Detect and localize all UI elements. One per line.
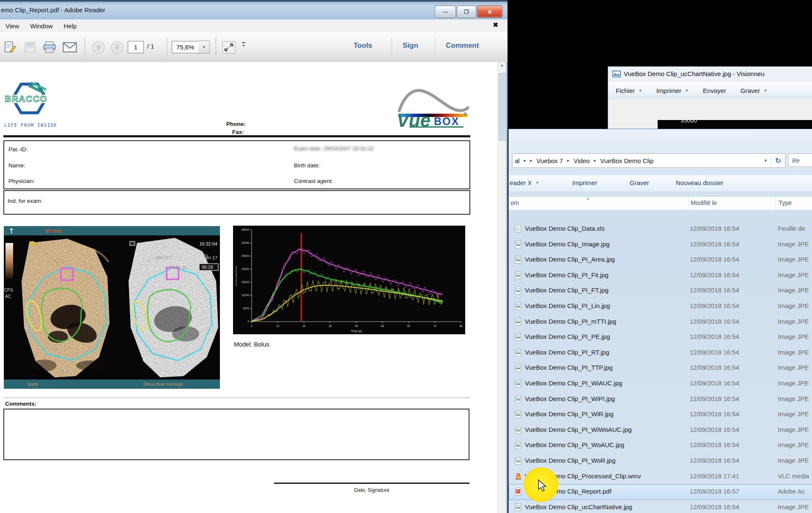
zoom-input[interactable]: 75,6% bbox=[172, 41, 199, 53]
file-row[interactable]: VueBox Demo Clip_ucChartNative.jpg12/09/… bbox=[509, 500, 812, 513]
file-row[interactable]: VueBox Demo Clip_PI_mTTI.jpg12/09/2018 1… bbox=[509, 314, 812, 330]
print-icon[interactable] bbox=[41, 40, 58, 55]
column-header-name[interactable]: om bbox=[510, 199, 519, 206]
command-eader-x[interactable]: eader X▼ bbox=[510, 179, 539, 186]
maximize-button[interactable]: ❐ bbox=[457, 5, 476, 18]
svg-text:40: 40 bbox=[355, 325, 358, 327]
indication-box bbox=[3, 190, 470, 215]
column-divider[interactable] bbox=[775, 197, 776, 210]
comments-box[interactable] bbox=[3, 409, 469, 460]
file-modified-date: 12/09/2018 16:54 bbox=[690, 441, 739, 448]
svg-text:10000: 10000 bbox=[241, 294, 249, 297]
breadcrumb-segment[interactable]: Video bbox=[571, 157, 592, 164]
file-row[interactable]: VueBox Demo Clip_PI_WiWoAUC.jpg12/09/201… bbox=[509, 423, 812, 438]
pv-menu-fichier[interactable]: Fichier▼ bbox=[616, 87, 642, 94]
menu-item-view[interactable]: View bbox=[0, 22, 25, 30]
photo-viewer-image-fragment: 35000 bbox=[658, 120, 812, 129]
file-type: Image JPE bbox=[778, 287, 809, 294]
column-divider[interactable] bbox=[688, 197, 689, 210]
image-file-icon bbox=[515, 457, 522, 465]
image-file-icon bbox=[515, 379, 522, 387]
comment-button[interactable]: Comment bbox=[446, 41, 479, 50]
photo-viewer-title: VueBox Demo Clip_ucChartNative.jpg - Vis… bbox=[624, 70, 765, 77]
vertical-scrollbar[interactable]: ▲ bbox=[497, 62, 506, 513]
file-row[interactable]: VueBox Demo Clip_Data.xls12/09/2018 16:5… bbox=[509, 221, 812, 237]
svg-text:20000: 20000 bbox=[241, 267, 249, 270]
file-row[interactable]: VueBox Demo Clip_PI_TTP.jpg12/09/2018 16… bbox=[509, 360, 812, 376]
scroll-up-icon[interactable]: ▲ bbox=[498, 63, 506, 67]
previous-page-icon[interactable] bbox=[91, 40, 107, 55]
svg-text:BOX: BOX bbox=[434, 115, 459, 127]
tools-button[interactable]: Tools bbox=[354, 41, 372, 50]
next-page-icon[interactable] bbox=[109, 40, 125, 55]
file-name: VueBox Demo Clip_PI_Area.jpg bbox=[525, 256, 615, 263]
file-row[interactable]: VueBox Demo Clip_PI_Fit.jpg12/09/2018 16… bbox=[509, 268, 812, 284]
file-row[interactable]: VueBox Demo Clip_PI_WiR.jpg12/09/2018 16… bbox=[509, 407, 812, 423]
file-row[interactable]: VueBox Demo Clip_Image.jpg12/09/2018 16:… bbox=[509, 237, 812, 253]
search-input[interactable]: Re bbox=[788, 153, 812, 167]
command-imprimer[interactable]: Imprimer bbox=[572, 179, 597, 186]
address-dropdown-caret-icon[interactable]: ▼ bbox=[760, 158, 771, 163]
create-pdf-icon[interactable] bbox=[3, 40, 19, 55]
svg-text:30000: 30000 bbox=[241, 241, 249, 244]
file-type: Image JPE bbox=[778, 302, 809, 309]
command-graver[interactable]: Graver bbox=[630, 179, 649, 186]
image-file-icon bbox=[515, 395, 522, 403]
photo-viewer-window: VueBox Demo Clip_ucChartNative.jpg - Vis… bbox=[608, 66, 812, 129]
breadcrumb-segment[interactable]: Vuebox 7 bbox=[535, 157, 565, 164]
sign-button[interactable]: Sign bbox=[403, 41, 418, 50]
file-row[interactable]: VueBox Demo Clip_PI_FT.jpg12/09/2018 16:… bbox=[509, 283, 812, 299]
menu-item-help[interactable]: Help bbox=[58, 22, 82, 30]
file-type: Image JPE bbox=[778, 426, 809, 433]
file-row[interactable]: VueBox Demo Clip_PI_Lin.jpg12/09/2018 16… bbox=[509, 299, 812, 314]
adobe-titlebar[interactable]: emo Clip_Report.pdf - Adobe Reader — ❐ ✕ bbox=[0, 0, 508, 20]
scrollbar-thumb[interactable] bbox=[499, 73, 506, 141]
address-bar[interactable]: al►►Vuebox 7►Video►VueBox Demo Clip ▼ ↻ bbox=[512, 153, 785, 168]
file-type: Image JPE bbox=[778, 318, 809, 325]
file-row[interactable]: VueBox Demo Clip_PI_Area.jpg12/09/2018 1… bbox=[509, 252, 812, 268]
file-row[interactable]: VueBox Demo Clip_PI_WiPI.jpg12/09/2018 1… bbox=[509, 392, 812, 407]
image-file-icon bbox=[515, 426, 522, 434]
svg-text:5000: 5000 bbox=[243, 307, 250, 310]
fit-page-icon[interactable] bbox=[221, 40, 237, 55]
svg-text:10: 10 bbox=[276, 325, 280, 327]
photo-viewer-titlebar: VueBox Demo Clip_ucChartNative.jpg - Vis… bbox=[612, 70, 765, 77]
image-file-icon bbox=[515, 364, 522, 372]
file-row[interactable]: VueBox Demo Clip_PI_PE.jpg12/09/2018 16:… bbox=[509, 330, 812, 345]
file-row[interactable]: VueBox Demo Clip_PI_WoAUC.jpg12/09/2018 … bbox=[509, 438, 812, 453]
adobe-toolbar: 1 / 1 75,6% ▼ ▼ Tools Sign Comment bbox=[0, 32, 508, 63]
file-name: VueBox Demo Clip_PI_Lin.jpg bbox=[525, 302, 610, 309]
close-button[interactable]: ✕ bbox=[477, 5, 502, 18]
email-icon[interactable] bbox=[62, 40, 78, 55]
menu-item-window[interactable]: Window bbox=[25, 22, 58, 30]
file-modified-date: 12/09/2018 16:54 bbox=[690, 225, 739, 232]
file-modified-date: 12/09/2018 16:54 bbox=[690, 410, 739, 417]
breadcrumb-segment[interactable]: VueBox Demo Clip bbox=[598, 157, 656, 164]
file-type: VLC media bbox=[778, 472, 809, 480]
pv-menu-envoyer[interactable]: Envoyer bbox=[703, 87, 726, 94]
file-modified-date: 12/09/2018 16:54 bbox=[690, 503, 739, 510]
zoom-dropdown-caret-icon[interactable]: ▼ bbox=[198, 41, 210, 54]
save-icon[interactable] bbox=[22, 40, 38, 55]
file-row[interactable]: VueBox Demo Clip_PI_RT.jpg12/09/2018 16:… bbox=[509, 345, 812, 361]
file-name: VueBox Demo Clip_PI_WoR.jpg bbox=[525, 457, 615, 464]
column-header-type[interactable]: Type bbox=[779, 199, 792, 206]
column-header-modified[interactable]: Modifié le bbox=[691, 199, 717, 206]
command-nouveau-dossier[interactable]: Nouveau dossier bbox=[676, 179, 724, 186]
file-row[interactable]: VueBox Demo Clip_PI_WiAUC.jpg12/09/2018 … bbox=[509, 376, 812, 392]
pdf-page: BRACCO LIFE FROM INSIDE Phone: Fax: Vue … bbox=[0, 62, 497, 513]
refresh-icon[interactable]: ↻ bbox=[771, 156, 785, 165]
breadcrumb-segment[interactable]: al bbox=[513, 157, 522, 164]
breadcrumb-arrow-icon: ► bbox=[565, 158, 571, 163]
us-time: 16:32:04 bbox=[199, 241, 217, 246]
file-row[interactable]: VueBox Demo Clip_PI_WoR.jpg12/09/2018 16… bbox=[509, 453, 812, 469]
toolbar-more-caret-icon[interactable]: ▼ bbox=[242, 42, 245, 48]
pv-menu-imprimer[interactable]: Imprimer▼ bbox=[656, 87, 689, 94]
us-freeze-time: 16:31:45 bbox=[170, 265, 187, 270]
pv-menu-graver[interactable]: Graver▼ bbox=[741, 87, 767, 94]
image-file-icon bbox=[515, 503, 522, 511]
minimize-button[interactable]: — bbox=[435, 5, 456, 18]
pane-close-icon[interactable]: ✖ bbox=[493, 21, 498, 29]
image-file-icon bbox=[515, 410, 522, 418]
page-number-input[interactable]: 1 bbox=[128, 41, 144, 53]
